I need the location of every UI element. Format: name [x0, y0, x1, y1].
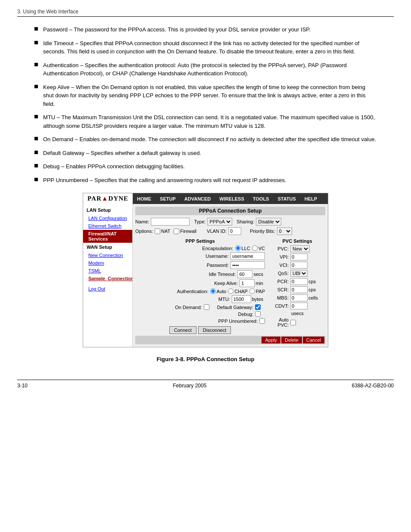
options-row: Options: NAT Firewall VLAN ID: Priority … — [135, 227, 325, 235]
delete-button[interactable]: Delete — [281, 337, 302, 343]
figure-caption: Figure 3-8. PPPoA Connection Setup — [34, 356, 377, 362]
auto-pvc-checkbox[interactable] — [290, 320, 296, 325]
sidebar-item-logout[interactable]: Log Out — [83, 285, 132, 293]
list-item: Authentication – Specifies the authentic… — [34, 61, 377, 78]
priority-bits-select[interactable]: 0 — [277, 227, 292, 235]
router-navbar: PAR▲DYNE HOME SETUP ADVANCED WIRELESS TO… — [83, 193, 328, 204]
pvc-row: PVC: New — [269, 245, 325, 252]
username-label: Username: — [206, 254, 229, 259]
auth-radio-group: Auto CHAP PAP — [210, 288, 265, 294]
nat-checkbox[interactable] — [155, 229, 160, 234]
auth-auto-label[interactable]: Auto — [210, 288, 227, 294]
pvc-settings-title: PVC Settings — [269, 238, 325, 244]
mbs-input[interactable] — [290, 294, 308, 301]
vci-input[interactable] — [290, 262, 308, 269]
mbs-label: MBS: — [269, 295, 289, 300]
ppp-unnumbered-label: PPP Unnumbered: — [218, 319, 258, 324]
scr-unit: cps — [308, 287, 316, 292]
name-type-row: Name: Type: PPPoA Sharing: Disable — [135, 218, 325, 226]
sharing-select[interactable]: Disable — [256, 218, 281, 226]
encapsulation-radio-group: LLC VC — [235, 245, 265, 251]
scr-input[interactable] — [290, 286, 308, 293]
pvc-select[interactable]: New — [290, 245, 310, 252]
sidebar-item-sample-connection[interactable]: Sample_Connection — [83, 275, 132, 282]
auth-chap-label[interactable]: CHAP — [228, 288, 248, 294]
pvc-settings-col: PVC Settings PVC: New VPI: VCI: — [269, 237, 325, 334]
vc-radio[interactable] — [252, 245, 258, 251]
password-input[interactable] — [230, 261, 265, 269]
bullet-icon — [34, 151, 38, 154]
list-item: On Demand – Enables on-demand mode. The … — [34, 135, 377, 144]
sidebar-section-lan: LAN Setup — [83, 206, 132, 214]
on-demand-label[interactable]: On Demand: — [175, 304, 210, 310]
mtu-input[interactable] — [232, 295, 251, 303]
nav-setup[interactable]: SETUP — [156, 194, 180, 204]
name-input[interactable] — [151, 218, 190, 226]
debug-checkbox-label[interactable]: Debug: — [238, 311, 262, 317]
llc-radio[interactable] — [235, 245, 241, 251]
sidebar-item-ethernet-switch[interactable]: Ethernet Switch — [83, 222, 132, 230]
auth-auto-radio[interactable] — [210, 288, 216, 294]
keep-alive-input[interactable] — [240, 279, 255, 287]
sidebar-item-new-connection[interactable]: New Connection — [83, 251, 132, 259]
footer-doc-number: 6388-A2-GB20-00 — [352, 383, 394, 389]
list-item: Idle Timeout – Specifies that PPPoA conn… — [34, 39, 377, 56]
default-gateway-label[interactable]: Default Gateway: — [217, 304, 262, 310]
sidebar-item-lan-config[interactable]: LAN Configuration — [83, 214, 132, 222]
llc-radio-label[interactable]: LLC — [235, 245, 250, 251]
username-row: Username: — [135, 252, 265, 260]
apply-button[interactable]: Apply — [262, 337, 280, 343]
bullet-icon — [34, 63, 38, 66]
vc-radio-label[interactable]: VC — [252, 245, 265, 251]
encapsulation-row: Encapsulation: LLC VC — [135, 245, 265, 251]
keep-alive-row: Keep Alive: min — [135, 279, 265, 287]
password-label: Password: — [207, 263, 229, 268]
sidebar-item-modem[interactable]: Modem — [83, 259, 132, 267]
auth-pap-radio[interactable] — [249, 288, 255, 294]
vpi-label: VPI: — [269, 254, 289, 260]
list-item: Password – The password for the PPPoA ac… — [34, 25, 377, 34]
firewall-checkbox-label[interactable]: Firewall — [174, 229, 196, 234]
vlan-id-input[interactable] — [228, 227, 241, 235]
cdvt-unit: usecs — [291, 311, 304, 316]
connect-button[interactable]: Connect — [169, 326, 196, 334]
username-input[interactable] — [230, 252, 265, 260]
nat-checkbox-label[interactable]: NAT — [155, 229, 170, 234]
sidebar-item-tsml[interactable]: TSML — [83, 267, 132, 275]
idle-timeout-input[interactable] — [237, 270, 252, 278]
nav-advanced[interactable]: ADVANCED — [180, 194, 215, 204]
default-gateway-checkbox[interactable] — [255, 304, 261, 310]
nav-status[interactable]: STATUS — [273, 194, 300, 204]
content-area: Password – The password for the PPPoA ac… — [17, 25, 394, 362]
bullet-list: Password – The password for the PPPoA ac… — [34, 25, 377, 184]
auth-pap-label[interactable]: PAP — [249, 288, 265, 294]
vpi-input[interactable] — [290, 254, 308, 260]
qos-select[interactable]: UBR — [290, 270, 308, 277]
list-item: Keep Alive – When the On Demand option i… — [34, 83, 377, 108]
nav-wireless[interactable]: WIRELESS — [215, 194, 248, 204]
firewall-checkbox[interactable] — [174, 229, 179, 234]
nav-tools[interactable]: TOOLS — [249, 194, 274, 204]
type-select[interactable]: PPPoA — [207, 218, 232, 226]
disconnect-button[interactable]: Disconnect — [198, 326, 231, 334]
cancel-button[interactable]: Cancel — [303, 337, 324, 343]
sidebar-section-wan: WAN Setup — [83, 243, 132, 251]
sidebar-item-firewall-nat[interactable]: Firewall/NAT Services — [83, 230, 132, 243]
footer-date: February 2005 — [173, 383, 206, 389]
ppp-unnumbered-checkbox[interactable] — [259, 318, 265, 324]
on-demand-checkbox[interactable] — [204, 304, 209, 310]
cdvt-row: CDVT: — [269, 303, 325, 309]
nav-help[interactable]: HELP — [300, 194, 321, 204]
debug-checkbox[interactable] — [255, 311, 261, 317]
options-label: Options: — [135, 229, 153, 234]
auth-chap-radio[interactable] — [228, 288, 234, 294]
nav-home[interactable]: HOME — [133, 194, 156, 204]
router-sidebar: LAN Setup LAN Configuration Ethernet Swi… — [83, 204, 133, 347]
pcr-input[interactable] — [290, 278, 308, 285]
router-screenshot: PAR▲DYNE HOME SETUP ADVANCED WIRELESS TO… — [83, 193, 328, 347]
auto-pvc-label: Auto PVC: — [269, 317, 289, 328]
bullet-icon — [34, 178, 38, 181]
on-demand-row: On Demand: Default Gateway: — [135, 304, 265, 310]
cdvt-input[interactable] — [290, 303, 308, 309]
vci-label: VCI: — [269, 263, 289, 268]
